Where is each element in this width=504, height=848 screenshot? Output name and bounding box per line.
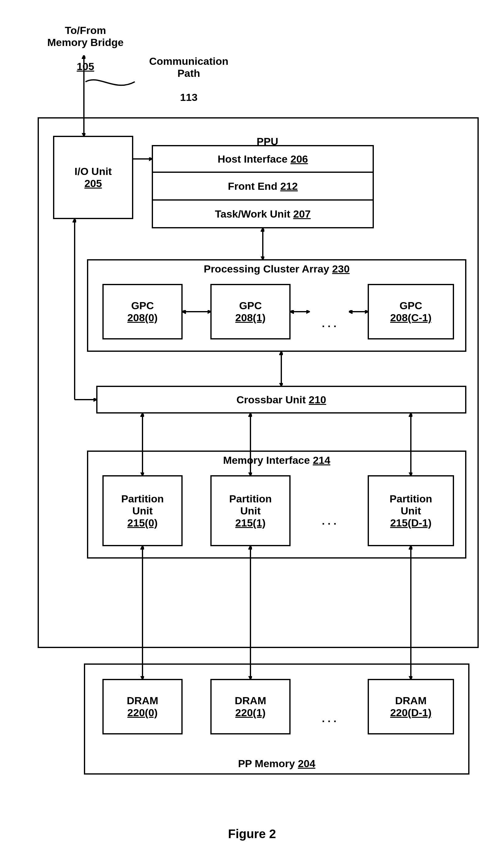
gpc-0-box: GPC 208(0)	[103, 284, 183, 339]
io-unit-name: I/O Unit	[75, 165, 112, 177]
partition-d1-num: 215(D-1)	[390, 517, 432, 529]
dram-0-box: DRAM 220(0)	[103, 679, 183, 735]
partition-ellipsis: . . .	[311, 503, 348, 527]
partition-1-num: 215(1)	[235, 517, 266, 529]
dram-ellipsis: . . .	[311, 701, 348, 725]
crossbar-num: 210	[309, 394, 326, 406]
partition-0-box: Partition Unit 215(0)	[103, 475, 183, 546]
task-work-unit-box: Task/Work Unit 207	[152, 200, 374, 228]
gpc-c1-box: GPC 208(C-1)	[368, 284, 454, 339]
figure-caption: Figure 2	[12, 827, 492, 841]
io-unit-num: 205	[85, 177, 102, 190]
gpc-1-num: 208(1)	[235, 312, 266, 324]
host-interface-num: 206	[291, 153, 308, 165]
dram-1-box: DRAM 220(1)	[210, 679, 291, 735]
gpc-0-num: 208(0)	[127, 312, 158, 324]
diagram-root: To/From Memory Bridge 105 Communication …	[13, 12, 491, 815]
pca-name: Processing Cluster Array	[203, 263, 329, 275]
gpc-0-name: GPC	[131, 300, 154, 312]
memory-bridge-label: To/From Memory Bridge 105	[32, 12, 140, 72]
memory-bridge-num: 105	[77, 60, 94, 72]
comm-path-label: Communication Path 113	[136, 43, 241, 103]
host-interface-box: Host Interface 206	[152, 145, 374, 173]
partition-d1-box: Partition Unit 215(D-1)	[368, 475, 454, 546]
front-end-box: Front End 212	[152, 173, 374, 200]
partition-1-box: Partition Unit 215(1)	[210, 475, 291, 546]
mem-if-name: Memory Interface	[223, 454, 310, 466]
memory-bridge-text: To/From Memory Bridge	[47, 24, 124, 48]
gpc-1-name: GPC	[239, 300, 262, 312]
pp-memory-num: 204	[298, 758, 316, 769]
host-interface-name: Host Interface	[218, 153, 288, 165]
crossbar-name: Crossbar Unit	[236, 394, 306, 406]
dram-d1-name: DRAM	[395, 695, 427, 707]
partition-0-name: Partition Unit	[121, 493, 164, 517]
front-end-name: Front End	[228, 180, 277, 192]
pca-num: 230	[332, 263, 350, 275]
io-unit-box: I/O Unit 205	[53, 136, 133, 219]
dram-1-num: 220(1)	[235, 707, 266, 719]
gpc-ellipsis: . . .	[311, 305, 348, 330]
dram-0-num: 220(0)	[127, 707, 158, 719]
dram-d1-box: DRAM 220(D-1)	[368, 679, 454, 735]
comm-path-num: 113	[180, 91, 198, 103]
task-work-unit-num: 207	[293, 208, 311, 220]
gpc-c1-num: 208(C-1)	[390, 312, 432, 324]
comm-path-text: Communication Path	[149, 55, 229, 79]
mem-if-num: 214	[313, 454, 330, 466]
dram-1-name: DRAM	[235, 695, 266, 707]
front-end-num: 212	[281, 180, 298, 192]
partition-d1-name: Partition Unit	[390, 493, 432, 517]
partition-1-name: Partition Unit	[229, 493, 272, 517]
gpc-1-box: GPC 208(1)	[210, 284, 291, 339]
dram-0-name: DRAM	[127, 695, 158, 707]
pp-memory-name: PP Memory	[238, 758, 295, 769]
gpc-c1-name: GPC	[399, 300, 422, 312]
dram-d1-num: 220(D-1)	[390, 707, 432, 719]
task-work-unit-name: Task/Work Unit	[215, 208, 290, 220]
partition-0-num: 215(0)	[127, 517, 158, 529]
crossbar-box: Crossbar Unit 210	[96, 386, 466, 413]
